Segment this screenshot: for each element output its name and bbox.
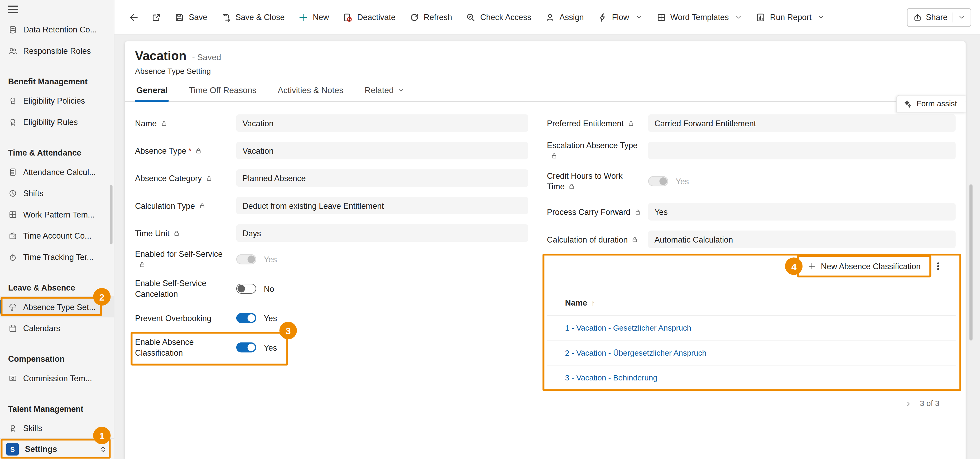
assign-button[interactable]: Assign xyxy=(539,6,590,29)
back-button[interactable] xyxy=(123,6,145,29)
sidebar-item-eligibility-policies[interactable]: Eligibility Policies xyxy=(0,90,114,111)
button-label: Check Access xyxy=(480,13,531,22)
next-page-icon[interactable] xyxy=(905,400,912,407)
open-in-new-window-button[interactable] xyxy=(146,6,167,29)
seal-icon xyxy=(8,117,18,127)
sort-ascending-icon: ↑ xyxy=(591,299,595,307)
record-link[interactable]: 3 - Vacation - Behinderung xyxy=(565,373,657,382)
calendar-icon xyxy=(8,323,18,333)
tab-bar: General Time Off Reasons Activities & No… xyxy=(125,82,966,102)
sidebar-item-label: Commission Tem... xyxy=(23,373,92,383)
toggle-knob xyxy=(248,256,255,263)
form-assist-button[interactable]: Form assist xyxy=(897,95,966,112)
record-link[interactable]: 1 - Vacation - Gesetzlicher Anspruch xyxy=(565,323,691,332)
tab-label: Related xyxy=(365,86,394,95)
name-input[interactable]: Vacation xyxy=(236,114,528,132)
form-assist-label: Form assist xyxy=(916,99,957,108)
tab-related[interactable]: Related xyxy=(363,82,406,101)
enable-self-service-cancelation-toggle[interactable] xyxy=(236,284,256,294)
sidebar-item-work-pattern-templates[interactable]: Work Pattern Tem... xyxy=(0,204,114,225)
save-status: - Saved xyxy=(192,52,221,62)
subgrid-row[interactable]: 1 - Vacation - Gesetzlicher Anspruch xyxy=(547,316,956,341)
ribbon-icon xyxy=(8,423,18,433)
sidebar-section-talent-management: Talent Management xyxy=(0,389,114,417)
column-label: Name xyxy=(565,298,587,307)
popout-icon xyxy=(151,12,161,22)
process-carry-forward-input[interactable]: Yes xyxy=(648,203,956,221)
sitemap-sidebar: Data Retention Co... Responsible Roles B… xyxy=(0,0,115,459)
new-absence-classification-button[interactable]: New Absence Classification 4 xyxy=(803,258,926,275)
back-icon xyxy=(129,12,139,22)
flow-button[interactable]: Flow xyxy=(591,6,649,29)
grid-icon xyxy=(8,210,18,219)
lock-icon xyxy=(173,230,180,237)
deactivate-button[interactable]: Deactivate xyxy=(337,6,402,29)
sidebar-item-label: Work Pattern Tem... xyxy=(23,210,95,219)
assign-icon xyxy=(545,12,555,22)
main-scrollbar[interactable] xyxy=(969,184,973,340)
form-column-right: Preferred Entitlement Carried Forward En… xyxy=(547,110,956,408)
tab-activities-notes[interactable]: Activities & Notes xyxy=(276,82,344,101)
deactivate-icon xyxy=(343,12,353,22)
field-label: Enable Absence Classification xyxy=(135,337,194,357)
entity-name: Absence Type Setting xyxy=(135,67,956,78)
word-templates-button[interactable]: Word Templates xyxy=(650,6,748,29)
sidebar-item-label: Eligibility Rules xyxy=(23,117,78,127)
sidebar-item-time-account[interactable]: Time Account Co... xyxy=(0,225,114,246)
sidebar-item-shifts[interactable]: Shifts xyxy=(0,183,114,204)
tab-general[interactable]: General xyxy=(135,82,169,101)
toggle-value: No xyxy=(264,284,274,294)
sidebar-item-absence-type-settings[interactable]: Absence Type Set... 2 xyxy=(0,296,114,318)
button-label: Deactivate xyxy=(357,13,396,22)
record-header: Vacation - Saved Absence Type Setting Ge… xyxy=(125,41,966,102)
record-link[interactable]: 2 - Vacation - Übergesetzlicher Anspruch xyxy=(565,348,706,357)
field-enable-self-service-cancelation: Enable Self-Service Cancelation No xyxy=(135,272,528,306)
toggle-knob xyxy=(238,285,245,292)
required-mark: * xyxy=(188,146,191,155)
button-label: Word Templates xyxy=(670,13,729,22)
absence-type-input[interactable]: Vacation xyxy=(236,142,528,159)
tab-time-off-reasons[interactable]: Time Off Reasons xyxy=(188,82,258,101)
sidebar-item-calendars[interactable]: Calendars xyxy=(0,318,114,339)
toggle-knob xyxy=(248,314,255,322)
toggle-knob xyxy=(248,343,255,351)
field-enabled-for-self-service: Enabled for Self-Service Yes xyxy=(135,247,528,272)
enable-absence-classification-toggle[interactable] xyxy=(236,343,256,353)
lock-icon xyxy=(139,261,146,268)
subgrid-row[interactable]: 3 - Vacation - Behinderung xyxy=(547,365,956,391)
subgrid-row[interactable]: 2 - Vacation - Übergesetzlicher Anspruch xyxy=(547,341,956,366)
word-templates-icon xyxy=(656,12,666,22)
calculation-type-input[interactable]: Deduct from existing Leave Entitlement xyxy=(236,197,528,214)
save-button[interactable]: Save xyxy=(168,6,214,29)
area-switcher-settings[interactable]: S Settings 1 xyxy=(0,438,115,459)
preferred-entitlement-input[interactable]: Carried Forward Entitlement xyxy=(648,114,956,132)
sidebar-item-time-tracking[interactable]: Time Tracking Ter... xyxy=(0,246,114,268)
time-unit-input[interactable]: Days xyxy=(236,224,528,242)
refresh-button[interactable]: Refresh xyxy=(403,6,458,29)
escalation-absence-type-input[interactable] xyxy=(648,142,956,159)
check-access-button[interactable]: Check Access xyxy=(460,6,538,29)
toggle-value: Yes xyxy=(264,313,277,323)
sidebar-item-responsible-roles[interactable]: Responsible Roles xyxy=(0,40,114,62)
subgrid-pager: 3 of 3 xyxy=(547,399,956,408)
prevent-overbooking-toggle[interactable] xyxy=(236,313,256,323)
new-button[interactable]: New xyxy=(292,6,336,29)
sidebar-item-skills[interactable]: Skills xyxy=(0,417,114,439)
subgrid-more-commands-button[interactable] xyxy=(932,258,944,275)
save-and-close-button[interactable]: Save & Close xyxy=(215,6,291,29)
hamburger-menu-icon[interactable] xyxy=(8,6,18,13)
calculation-of-duration-input[interactable]: Automatic Calculation xyxy=(648,231,956,248)
share-split-divider xyxy=(953,12,953,22)
run-report-button[interactable]: Run Report xyxy=(749,6,831,29)
field-credit-hours-to-work-time: Credit Hours to Work Time Yes xyxy=(547,164,956,198)
field-calculation-of-duration: Calculation of duration Automatic Calcul… xyxy=(547,226,956,253)
field-label: Escalation Absence Type xyxy=(547,141,638,150)
sidebar-item-eligibility-rules[interactable]: Eligibility Rules xyxy=(0,111,114,133)
share-button[interactable]: Share xyxy=(907,8,971,27)
sidebar-item-data-retention[interactable]: Data Retention Co... xyxy=(0,19,114,40)
sidebar-item-commission-templates[interactable]: Commission Tem... xyxy=(0,367,114,389)
sidebar-scrollbar[interactable] xyxy=(110,185,112,245)
sidebar-item-attendance-calculation[interactable]: Attendance Calcul... xyxy=(0,161,114,183)
absence-category-input[interactable]: Planned Absence xyxy=(236,169,528,187)
subgrid-column-header-name[interactable]: Name ↑ xyxy=(547,291,956,316)
